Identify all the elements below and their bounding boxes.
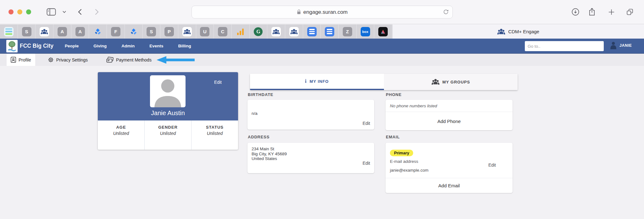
sidebar-toggle-icon[interactable] — [47, 8, 56, 16]
pinned-tab-15-people[interactable] — [267, 24, 285, 39]
pinned-tab-5-jira[interactable] — [89, 24, 107, 39]
active-tab-title: CDM+ Engage — [508, 29, 539, 34]
pinned-tab-6-letter[interactable]: F — [107, 24, 125, 39]
tab-overview-icon[interactable] — [626, 8, 633, 15]
pinned-tab-7-jira[interactable] — [125, 24, 143, 39]
tab-privacy-settings[interactable]: Privacy Settings — [48, 57, 88, 63]
person-silhouette-icon — [150, 75, 186, 107]
active-tab-cdm-engage[interactable]: CDM+ Engage — [392, 24, 644, 39]
pinned-tab-20-box[interactable]: box — [357, 24, 375, 39]
traffic-lights — [8, 9, 31, 14]
tab-my-groups-label: MY GROUPS — [442, 80, 470, 84]
jira-favicon-icon — [93, 27, 103, 36]
email-card: Primary E-mail address Edit janie@exampl… — [386, 143, 513, 193]
pinned-tab-10-people[interactable] — [178, 24, 196, 39]
pinned-tab-14-grammarly[interactable]: G — [250, 24, 268, 39]
app-navbar: FCC Big City PeopleGivingAdminEventsBill… — [0, 39, 644, 54]
user-avatar-icon — [610, 41, 617, 49]
pinned-tab-9-letter[interactable]: P — [160, 24, 178, 39]
tab-profile[interactable]: Profile — [7, 54, 35, 66]
letter-favicon-icon: P — [164, 27, 174, 36]
nav-item-admin[interactable]: Admin — [121, 44, 135, 48]
nav-item-billing[interactable]: Billing — [178, 44, 191, 48]
pinned-tab-0-stripes[interactable] — [0, 24, 18, 39]
stat-gender-label: GENDER — [145, 125, 191, 130]
nav-item-events[interactable]: Events — [149, 44, 163, 48]
org-logo[interactable] — [6, 40, 18, 52]
address-bar[interactable]: engage.suran.com — [192, 6, 453, 19]
pinned-tab-11-letter[interactable]: U — [196, 24, 214, 39]
tab-my-info[interactable]: i MY INFO — [250, 74, 384, 90]
pinned-tab-19-letter[interactable]: Z — [339, 24, 357, 39]
minimize-window-button[interactable] — [17, 9, 22, 14]
primary-badge: Primary — [390, 150, 413, 156]
letter-favicon-icon: Z — [343, 27, 352, 36]
chevron-down-icon[interactable] — [63, 11, 66, 13]
address-lines: 234 Main St Big City, KY 45689 United St… — [252, 147, 287, 161]
downloads-icon[interactable] — [572, 8, 579, 16]
letter-favicon-icon: S — [147, 27, 156, 36]
goto-search-input[interactable] — [525, 41, 604, 51]
nav-item-giving[interactable]: Giving — [93, 44, 107, 48]
pinned-tab-16-people[interactable] — [285, 24, 303, 39]
people-favicon-icon — [40, 27, 49, 36]
new-tab-icon[interactable] — [608, 9, 615, 15]
jira-favicon-icon — [129, 27, 138, 36]
pinned-tab-1-letter[interactable]: S — [18, 24, 36, 39]
address-line-2: Big City, KY 45689 — [252, 152, 287, 157]
pinned-tab-4-letter[interactable]: A — [71, 24, 89, 39]
pinned-tab-2-people[interactable] — [36, 24, 53, 39]
avatar[interactable] — [150, 75, 186, 107]
tab-my-groups[interactable]: MY GROUPS — [384, 74, 518, 90]
address-edit-button[interactable]: Edit — [363, 161, 370, 166]
pinned-tab-12-letter[interactable]: C — [214, 24, 232, 39]
nav-item-people[interactable]: People — [65, 44, 79, 48]
pinned-tab-21-dark-a[interactable] — [374, 24, 392, 39]
add-email-button[interactable]: Add Email — [386, 178, 513, 193]
reload-icon[interactable] — [443, 9, 449, 15]
letter-favicon-icon: A — [58, 27, 67, 36]
tab-profile-label: Profile — [19, 57, 31, 62]
phone-empty-row: No phone numbers listed — [386, 100, 513, 112]
tab-strip: SAAFSPUCGZbox CDM+ Engage — [0, 24, 644, 39]
people-favicon-icon — [289, 27, 299, 36]
phone-card: No phone numbers listed Add Phone — [386, 100, 513, 130]
pinned-tab-8-letter[interactable]: S — [143, 24, 161, 39]
birthdate-value: n/a — [252, 111, 258, 116]
stat-age: AGE Unlisted — [98, 120, 144, 150]
letter-favicon-icon: C — [218, 27, 227, 36]
pinned-tab-3-letter[interactable]: A — [53, 24, 71, 39]
email-field-label: E-mail address — [390, 159, 418, 164]
email-edit-button[interactable]: Edit — [488, 163, 496, 168]
tab-privacy-label: Privacy Settings — [56, 57, 88, 62]
user-menu[interactable]: JANIE — [610, 41, 632, 49]
close-window-button[interactable] — [8, 9, 14, 14]
stat-gender: GENDER Unlisted — [144, 120, 191, 150]
zoom-window-button[interactable] — [26, 9, 31, 14]
share-icon[interactable] — [589, 8, 595, 16]
back-button-icon[interactable] — [78, 9, 82, 15]
pinned-tab-17-bluelist[interactable] — [303, 24, 321, 39]
profile-edit-button[interactable]: Edit — [214, 80, 222, 85]
stat-status: STATUS Unlisted — [191, 120, 238, 150]
groups-icon — [431, 78, 440, 86]
address-line-3: United States — [252, 156, 287, 161]
email-section-label: EMAIL — [386, 135, 400, 139]
pinned-tab-13-analytics[interactable] — [232, 24, 250, 39]
birthdate-edit-button[interactable]: Edit — [363, 121, 370, 126]
analytics-favicon-icon — [236, 27, 245, 36]
forward-button-icon[interactable] — [95, 9, 99, 15]
phone-section-label: PHONE — [386, 92, 402, 97]
list-favicon-icon — [325, 27, 334, 36]
profile-section-tabs: Profile Privacy Settings Payment Methods — [0, 54, 644, 66]
tab-payment-methods[interactable]: Payment Methods — [106, 57, 152, 63]
nav-menu: PeopleGivingAdminEventsBilling — [65, 44, 191, 48]
people-favicon-icon — [182, 27, 192, 36]
pinned-tab-18-bluelist[interactable] — [321, 24, 339, 39]
profile-card-header: Edit Janie Austin — [98, 72, 238, 120]
birthdate-section-label: BIRTHDATE — [248, 92, 273, 97]
add-phone-button[interactable]: Add Phone — [386, 112, 513, 130]
profile-summary-card: Edit Janie Austin AGE Unlisted GENDER Un… — [98, 72, 238, 150]
stat-age-value: Unlisted — [98, 131, 144, 136]
address-line-1: 234 Main St — [252, 147, 287, 152]
